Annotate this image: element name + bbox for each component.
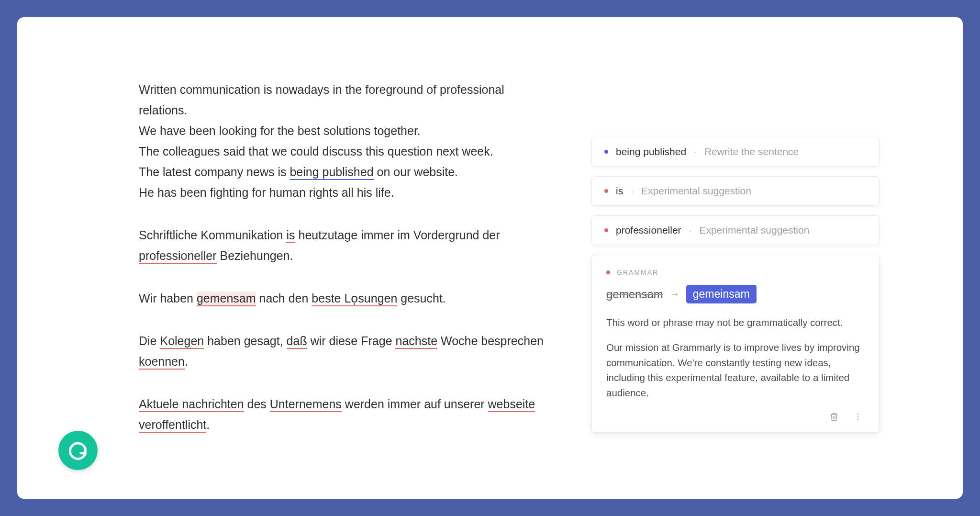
separator: · (631, 185, 634, 197)
text-run: on our website. (374, 165, 458, 179)
paragraph-german-1: Schriftliche Kommunikation is heutzutage… (139, 225, 563, 266)
text-run: Die (139, 334, 160, 348)
original-word: gemensam (606, 288, 663, 301)
text-run: . (206, 418, 210, 431)
editor-line[interactable]: Wir haben gemensam nach den beste Lọsung… (139, 288, 563, 309)
suggestion-hint: Experimental suggestion (699, 224, 809, 236)
kebab-icon (853, 412, 863, 422)
editor-line[interactable]: The colleagues said that we could discus… (139, 141, 563, 162)
svg-point-1 (858, 416, 859, 417)
svg-point-0 (858, 414, 859, 415)
editor-line[interactable]: The latest company news is being publish… (139, 162, 563, 182)
suggestion-category-header: GRAMMAR (606, 269, 865, 276)
underline-error[interactable]: nachste (395, 334, 437, 349)
suggestion-card[interactable]: is · Experimental suggestion (591, 176, 880, 206)
svg-point-2 (858, 419, 859, 420)
text-run: Beziehungen. (217, 249, 293, 262)
separator: · (694, 146, 697, 157)
underline-error[interactable]: Unternemens (270, 397, 342, 412)
text-run: . (185, 355, 188, 368)
dismiss-button[interactable] (827, 410, 841, 424)
text-run: Schriftliche Kommunikation (139, 228, 286, 242)
suggestion-word: is (616, 185, 623, 197)
editor-line[interactable]: Aktuele nachrichten des Unternemens werd… (139, 394, 563, 435)
text-editor[interactable]: Written communication is nowadays in the… (17, 17, 591, 499)
suggestion-word: professioneller (616, 224, 681, 236)
suggestion-card[interactable]: professioneller · Experimental suggestio… (591, 215, 880, 245)
suggestion-hint: Rewrite the sentence (704, 146, 799, 157)
underline-error[interactable]: Kolegen (160, 334, 204, 349)
text-run: The latest company news is (139, 165, 290, 179)
paragraph-german-3: Die Kolegen haben gesagt, daß wir diese … (139, 331, 563, 372)
editor-line[interactable]: Die Kolegen haben gesagt, daß wir diese … (139, 331, 563, 372)
text-run: wir diese Frage (307, 334, 396, 348)
text-run: nach den (256, 292, 312, 305)
text-run: des (244, 397, 270, 411)
underline-error[interactable]: koennen (139, 355, 185, 370)
editor-line[interactable]: He has been fighting for human rights al… (139, 182, 563, 203)
suggestion-description: This word or phrase may not be grammatic… (606, 315, 865, 330)
category-dot-icon (604, 189, 608, 193)
paragraph-german-2: Wir haben gemensam nach den beste Lọsung… (139, 288, 563, 309)
underline-error[interactable]: beste Lọsungen (312, 292, 397, 306)
grammarly-logo-icon (67, 439, 89, 461)
suggestion-card[interactable]: being published · Rewrite the sentence (591, 137, 880, 167)
text-run: werden immer auf unserer (342, 397, 488, 411)
suggestion-word: being published (616, 146, 686, 157)
more-options-button[interactable] (851, 410, 865, 424)
editor-line[interactable]: We have been looking for the best soluti… (139, 121, 563, 141)
suggestion-hint: Experimental suggestion (641, 185, 751, 197)
suggestions-sidebar: being published · Rewrite the sentence i… (591, 17, 898, 499)
underline-clarity[interactable]: being published (290, 165, 373, 180)
suggestion-card-expanded[interactable]: GRAMMAR gemensam → gemeinsam This word o… (591, 255, 880, 433)
arrow-right-icon: → (670, 289, 679, 300)
suggestion-description: Our mission at Grammarly is to improve l… (606, 340, 865, 401)
text-run: Wir haben (139, 292, 197, 305)
apply-correction-button[interactable]: gemeinsam (686, 285, 757, 303)
underline-error[interactable]: professioneller (139, 249, 217, 264)
editor-line[interactable]: Schriftliche Kommunikation is heutzutage… (139, 225, 563, 266)
underline-error[interactable]: daß (287, 334, 307, 349)
card-actions (606, 410, 865, 424)
text-run: gesucht. (397, 292, 445, 305)
suggestion-category-label: GRAMMAR (617, 269, 658, 276)
category-dot-icon (604, 150, 608, 154)
paragraph-english: Written communication is nowadays in the… (139, 79, 563, 203)
text-run: heutzutage immer im Vordergrund der (295, 228, 500, 242)
underline-error[interactable]: Aktuele nachrichten (139, 397, 244, 412)
app-canvas: Written communication is nowadays in the… (17, 17, 963, 499)
trash-icon (829, 412, 839, 422)
text-run: haben gesagt, (204, 334, 286, 348)
text-run: Woche besprechen (437, 334, 544, 348)
paragraph-german-4: Aktuele nachrichten des Unternemens werd… (139, 394, 563, 435)
highlight-active-error[interactable]: gemensam (197, 292, 256, 306)
underline-error[interactable]: is (286, 228, 295, 243)
editor-line[interactable]: relations. (139, 100, 563, 121)
category-dot-icon (604, 228, 608, 232)
correction-line: gemensam → gemeinsam (606, 285, 865, 303)
editor-line[interactable]: Written communication is nowadays in the… (139, 79, 563, 100)
grammarly-floating-button[interactable] (58, 431, 98, 470)
separator: · (689, 224, 692, 236)
category-dot-icon (606, 270, 610, 274)
